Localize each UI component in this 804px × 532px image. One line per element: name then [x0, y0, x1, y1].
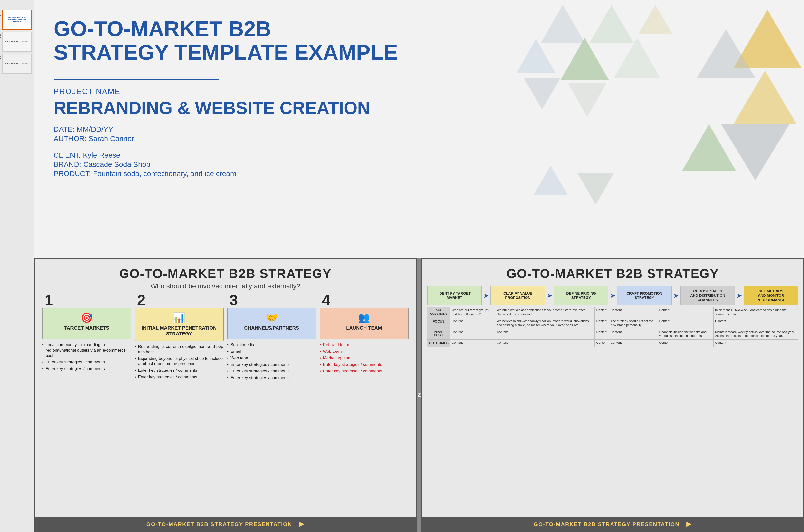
- out-cell-1: Content: [450, 340, 495, 347]
- slide1-left: GO-TO-MARKET B2B STRATEGY TEMPLATE EXAMP…: [34, 0, 448, 258]
- bullet-3-6: Enter key strategies / comments: [227, 375, 316, 380]
- thumb-preview-1: GO-TO-MARKET B2B STRATEGY TEMPLATE EXAMP…: [3, 10, 31, 29]
- bullet-4-3: Marketing team: [320, 355, 409, 361]
- input-cell-3: Content: [595, 329, 609, 340]
- slide-thumb-3[interactable]: 3 GO-TO-MARKET B2B STRATEGY: [2, 54, 32, 74]
- flow-arrow-5: ➤: [736, 286, 743, 305]
- strategy-col-1: 1 🎯 TARGET MARKETS Local community – exp…: [42, 292, 131, 517]
- col-bullets-3: Social media Email Web team Enter key st…: [227, 342, 316, 382]
- row-label-focus: FOCUS: [427, 318, 450, 329]
- slide-2: GO-TO-MARKET B2B STRATEGY Who should be …: [34, 258, 417, 532]
- col-num-1: 1: [42, 292, 131, 308]
- col-box-4: 👥 LAUNCH TEAM: [320, 308, 409, 339]
- focus-cell-5: Content: [658, 318, 713, 329]
- flow-box-4: CRAFT PROMOTION STRATEGY: [617, 286, 672, 305]
- tri-down-2: [568, 83, 607, 117]
- slide-num-1: 1: [0, 11, 1, 17]
- slide-thumb-1[interactable]: 1 GO-TO-MARKET B2B STRATEGY TEMPLATE EXA…: [2, 10, 32, 30]
- col-num-3: 3: [227, 292, 316, 308]
- focus-cell-4: The strategy should reflect the new bran…: [609, 318, 658, 329]
- focus-cell-1: Content: [450, 318, 495, 329]
- flow-box-2: CLARIFY VALUE PROPOSITION: [490, 286, 545, 305]
- slide-3: GO-TO-MARKET B2B STRATEGY IDENTIFY TARGE…: [422, 258, 804, 532]
- thumb-preview-2: GO-TO-MARKET B2B STRATEGY: [3, 32, 31, 51]
- kq-cell-5: Content: [658, 307, 713, 318]
- kq-cell-3: Content: [595, 307, 609, 318]
- market-icon: 📊: [173, 312, 185, 323]
- sidebar: 1 GO-TO-MARKET B2B STRATEGY TEMPLATE EXA…: [0, 0, 34, 532]
- author-line: AUTHOR: Sarah Connor: [54, 134, 429, 143]
- col-label-3: CHANNELS/PARTNERS: [244, 325, 299, 331]
- bullet-2-4: Enter key strategies / comments: [135, 374, 224, 380]
- team-icon: 👥: [358, 312, 370, 323]
- bullet-1-3: Enter key strategies / comments: [42, 366, 131, 372]
- tri-green-mid: [560, 38, 609, 80]
- slide2-footer: GO-TO-MARKET B2B STRATEGY PRESENTATION ▶: [35, 517, 416, 531]
- slides-row: GO-TO-MARKET B2B STRATEGY Who should be …: [34, 258, 804, 532]
- bullet-3-4: Enter key strategies / comments: [227, 362, 316, 367]
- slide1-right-decor: [448, 0, 804, 258]
- thumb-preview-3: GO-TO-MARKET B2B STRATEGY: [3, 54, 31, 73]
- flow-arrow-1: ➤: [483, 286, 489, 305]
- client-section: CLIENT: Kyle Reese BRAND: Cascade Soda S…: [54, 151, 429, 179]
- slide1-divider: [54, 79, 219, 80]
- focus-cell-6: Content: [713, 318, 798, 329]
- bullet-4-1: Rebrand team: [320, 342, 409, 348]
- meta-section: DATE: MM/DD/YY AUTHOR: Sarah Connor: [54, 125, 429, 144]
- flow-arrow-4: ➤: [673, 286, 679, 305]
- focus-cell-3: Content: [595, 318, 609, 329]
- slide-thumb-2[interactable]: 2 GO-TO-MARKET B2B STRATEGY: [2, 32, 32, 52]
- slide2-title: GO-TO-MARKET B2B STRATEGY: [40, 266, 411, 281]
- tri-bot-1: [534, 166, 568, 195]
- table-row-input: INPUT/ TASKS Content Content Content Con…: [427, 329, 798, 340]
- tri-2: [590, 5, 633, 43]
- flow-box-1: IDENTIFY TARGET MARKET: [427, 286, 482, 305]
- slide3-footer: GO-TO-MARKET B2B STRATEGY PRESENTATION ▶: [422, 517, 803, 531]
- input-cell-1: Content: [450, 329, 495, 340]
- tri-3: [638, 5, 672, 34]
- tri-1: [541, 5, 585, 43]
- focus-cell-2: We believe in old-world family tradition…: [495, 318, 595, 329]
- flow-box-5: CHOOSE SALES AND DISTRIBUTION CHANNELS: [680, 286, 735, 305]
- bullet-2-3: Enter key strategies / comments: [135, 368, 224, 373]
- client-line: CLIENT: Kyle Reese: [54, 151, 429, 159]
- bullet-4-5: Enter key strategies / comments: [320, 368, 409, 374]
- bullet-3-1: Social media: [227, 342, 316, 348]
- bullet-1-1: Local community – expanding to regional/…: [42, 342, 131, 358]
- slide-1: GO-TO-MARKET B2B STRATEGY TEMPLATE EXAMP…: [34, 0, 804, 258]
- input-cell-4: Content: [609, 329, 658, 340]
- bullet-2-2: Expanding beyond its physical shop to in…: [135, 356, 224, 367]
- col-num-4: 4: [320, 292, 409, 308]
- tri-r2-3: [614, 38, 660, 78]
- col-box-1: 🎯 TARGET MARKETS: [42, 308, 131, 339]
- col-num-2: 2: [135, 292, 224, 308]
- out-cell-5: Content: [658, 340, 713, 347]
- slide-num-2: 2: [0, 33, 1, 39]
- bullet-2-1: Rebranding its current nostalgic mom-and…: [135, 344, 224, 355]
- table-row-kq: KEY QUESTIONS Who are our target groups …: [427, 307, 798, 318]
- slide1-main-title: GO-TO-MARKET B2B STRATEGY TEMPLATE EXAMP…: [54, 17, 429, 64]
- col-bullets-2: Rebranding its current nostalgic mom-and…: [135, 344, 224, 381]
- out-cell-6: Content: [713, 340, 798, 347]
- flow-box-3: DEFINE PRICING STRATEGY: [554, 286, 609, 305]
- bullet-1-2: Enter key strategies / comments: [42, 360, 131, 365]
- strategy-col-2: 2 📊 INITIAL MARKET PENETRATION STRATEGY …: [135, 292, 224, 517]
- col-box-2: 📊 INITIAL MARKET PENETRATION STRATEGY: [135, 308, 224, 341]
- tri-green-bot: [682, 124, 736, 171]
- row-label-kq: KEY QUESTIONS: [427, 307, 450, 318]
- kq-cell-1: Who are our target groups and key influe…: [450, 307, 495, 318]
- triangle-container: [448, 0, 804, 258]
- out-cell-2: Content: [495, 340, 595, 347]
- slide3-title: GO-TO-MARKET B2B STRATEGY: [427, 266, 798, 281]
- slide2-body: 1 🎯 TARGET MARKETS Local community – exp…: [35, 292, 416, 517]
- out-cell-3: Content: [595, 340, 609, 347]
- bullet-3-3: Web team: [227, 355, 316, 361]
- input-cell-5: Channels include the website and various…: [658, 329, 713, 340]
- footer-icon-3: ▶: [686, 520, 692, 528]
- slide3-header: GO-TO-MARKET B2B STRATEGY: [422, 259, 803, 283]
- col-label-1: TARGET MARKETS: [64, 325, 109, 331]
- out-cell-4: Content: [609, 340, 658, 347]
- table-row-focus: FOCUS Content We believe in old-world fa…: [427, 318, 798, 329]
- row-label-input: INPUT/ TASKS: [427, 329, 450, 340]
- kq-cell-2: We bring world-class confections to your…: [495, 307, 595, 318]
